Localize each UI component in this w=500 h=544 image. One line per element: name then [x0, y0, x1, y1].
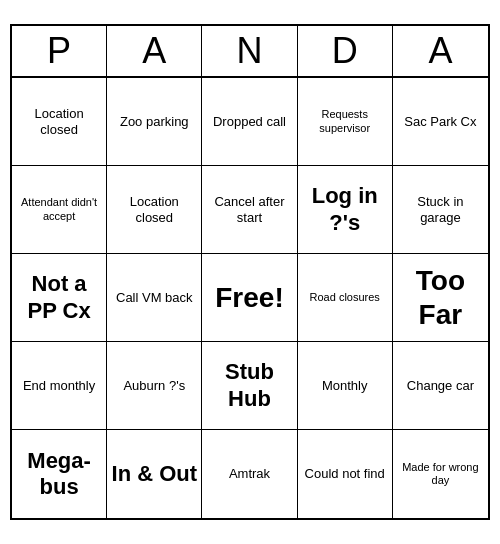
bingo-card: PANDA Location closedZoo parkingDropped …: [10, 24, 490, 520]
bingo-cell-16: Auburn ?'s: [107, 342, 202, 430]
bingo-cell-14: Too Far: [393, 254, 488, 342]
bingo-cell-17: Stub Hub: [202, 342, 297, 430]
header-cell-a-1: A: [107, 26, 202, 76]
bingo-cell-15: End monthly: [12, 342, 107, 430]
bingo-cell-7: Cancel after start: [202, 166, 297, 254]
bingo-cell-0: Location closed: [12, 78, 107, 166]
bingo-cell-8: Log in ?'s: [298, 166, 393, 254]
bingo-cell-4: Sac Park Cx: [393, 78, 488, 166]
bingo-cell-23: Could not find: [298, 430, 393, 518]
bingo-cell-13: Road closures: [298, 254, 393, 342]
bingo-cell-10: Not a PP Cx: [12, 254, 107, 342]
header-cell-n-2: N: [202, 26, 297, 76]
bingo-cell-18: Monthly: [298, 342, 393, 430]
bingo-cell-2: Dropped call: [202, 78, 297, 166]
header-cell-p-0: P: [12, 26, 107, 76]
bingo-cell-11: Call VM back: [107, 254, 202, 342]
bingo-cell-1: Zoo parking: [107, 78, 202, 166]
bingo-cell-21: In & Out: [107, 430, 202, 518]
bingo-cell-6: Location closed: [107, 166, 202, 254]
header-row: PANDA: [12, 26, 488, 78]
bingo-cell-9: Stuck in garage: [393, 166, 488, 254]
bingo-grid: Location closedZoo parkingDropped callRe…: [12, 78, 488, 518]
header-cell-a-4: A: [393, 26, 488, 76]
bingo-cell-5: Attendant didn't accept: [12, 166, 107, 254]
bingo-cell-19: Change car: [393, 342, 488, 430]
bingo-cell-24: Made for wrong day: [393, 430, 488, 518]
bingo-cell-12: Free!: [202, 254, 297, 342]
bingo-cell-3: Requests supervisor: [298, 78, 393, 166]
bingo-cell-20: Mega-bus: [12, 430, 107, 518]
bingo-cell-22: Amtrak: [202, 430, 297, 518]
header-cell-d-3: D: [298, 26, 393, 76]
